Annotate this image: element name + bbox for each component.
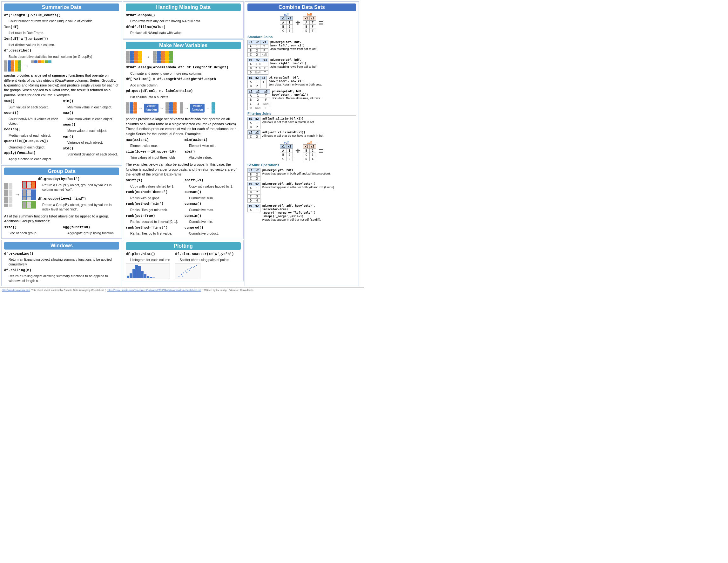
code-mean: mean() — [63, 123, 76, 126]
right-join-table: x1x2x3 A1.0T B2.0F DNaNT — [247, 58, 268, 75]
column-2: Handling Missing Data df=df.dropna() Dro… — [123, 1, 244, 286]
group-para: All of the summary functions listed abov… — [4, 214, 119, 224]
zdf-label: zdf — [303, 141, 316, 144]
filter-join-1-text: All rows in adf that have a match in bdf… — [262, 120, 315, 124]
filter-join-1: x1x2 A1 B2 adf[adf.x1.isin(bdf.x1)] All … — [247, 117, 356, 129]
plotting-hist: df.plot.hist() Histogram for each column — [126, 251, 170, 279]
filter-join-2: x1x2 C3 adf[~adf.x1.isin(bdf.x1)] All ro… — [247, 130, 356, 139]
desc-max: Maximum value in each object. — [63, 117, 119, 121]
group-grid-right — [22, 181, 36, 208]
code-hist: df.plot.hist() — [126, 252, 155, 256]
newvars-diagram: → — [126, 51, 241, 63]
code-min: min() — [63, 99, 73, 103]
filter-join-1-desc: adf[adf.x1.isin(bdf.x1)] All rows in adf… — [262, 117, 356, 124]
summarize-title: Summarize Data — [4, 3, 119, 11]
setdiff-table: x1x2 A1 — [247, 204, 260, 212]
footer-text2: ) Written by Irv Lustig, — [203, 289, 227, 292]
desc-cummax: Cumulative max. — [185, 207, 241, 212]
desc-std: Standard deviation of each object. — [63, 152, 119, 157]
advanced-functions-right: shift(-1) Copy with values lagged by 1. … — [185, 178, 241, 236]
nv-arrow: → — [145, 54, 150, 60]
vector-functions: max(axis=1) Element-wise max. clip(lower… — [126, 137, 241, 161]
summarize-arrow: → — [23, 63, 29, 69]
code-count: count() — [4, 111, 19, 115]
code-max: max() — [63, 111, 73, 115]
filter-join-2-desc: adf[~adf.x1.isin(bdf.x1)] All rows in ad… — [262, 130, 356, 137]
plus-sign: + — [295, 18, 300, 27]
desc-expanding: Return an Expanding object allowing summ… — [4, 257, 119, 266]
bdf-table: x1x3 AT BF DT — [303, 16, 316, 33]
group-descriptions: df.groupby(by="col") Return a GroupBy ob… — [38, 177, 119, 213]
desc-rank-min: Ranks. Ties get min rank. — [126, 207, 182, 212]
windows-section: Windows df.expanding() Return an Expandi… — [1, 240, 122, 287]
combine-bottom-diagram: ydf x1x2 A1 B2 C3 + zdf x1x2 B2 — [247, 141, 356, 161]
summary-functions: sum() Sum values of each object. count()… — [4, 98, 119, 162]
desc-clip: Trim values at input thresholds — [126, 155, 182, 160]
desc-agg: Aggregate group using function. — [63, 231, 119, 235]
column-3: Combine Data Sets adf x1x2 A1 B2 C3 + — [245, 1, 359, 286]
summary-functions-left: sum() Sum values of each object. count()… — [4, 98, 60, 162]
union-table: x1x2 A1 B2 C3 D4 — [247, 182, 260, 203]
right-join: x1x2x3 A1.0T B2.0F DNaNT pd.merge(adf, b… — [247, 58, 356, 75]
desc-scatter: Scatter chart using pairs of points — [175, 257, 234, 262]
code-rolling: df.rolling(n) — [4, 268, 31, 272]
column-1: Summarize Data df['Length'].value_counts… — [1, 1, 122, 286]
missing-section: Handling Missing Data df=df.dropna() Dro… — [123, 1, 244, 38]
intersection-desc: pd.merge(ydf, zdf) Rows that appear in b… — [262, 168, 356, 175]
standard-joins-title: Standard Joins — [247, 35, 356, 39]
code-minaxis: min(axis=1) — [185, 138, 208, 142]
filtering-joins-title: Filtering Joins — [247, 112, 356, 116]
desc-min: Minimum value in each object. — [63, 105, 119, 110]
ydf-block: ydf x1x2 A1 B2 C3 — [280, 141, 293, 161]
vf-diagram-2: → Vectorfunction → — [180, 102, 215, 113]
newvars-para: pandas provides a large set of vector fu… — [126, 117, 241, 136]
code-maxaxis: max(axis=1) — [126, 138, 149, 142]
code-quantile: quantile([0.25,0.75]) — [4, 139, 48, 143]
desc-dropna: Drop rows with any column having NA/null… — [126, 19, 241, 24]
code-var: var() — [63, 135, 73, 139]
desc-abs: Absolute value. — [185, 155, 241, 160]
adf-table: x1x2 A1 B2 C3 — [280, 16, 293, 33]
left-join-table: x1x2x3 A1T B2F C3NaN — [247, 40, 268, 57]
code-qcut: pd.qcut(df.col, n, labels=False) — [126, 89, 193, 93]
footer-url[interactable]: http://pandas.pydata.org/ — [2, 289, 30, 292]
code-len-df: len(df) — [4, 25, 19, 29]
plotting-section: Plotting df.plot.hist() Histogram for ea… — [123, 240, 244, 282]
filter-join-2-code: adf[~adf.x1.isin(bdf.x1)] — [262, 131, 305, 134]
desc-hist: Histogram for each column — [126, 257, 170, 262]
ydf-table: x1x2 A1 B2 C3 — [280, 144, 293, 161]
setdiff-code: pd.merge(ydf, zdf, how='outer',indicator… — [262, 204, 316, 218]
group-grid-left — [4, 183, 13, 207]
desc-sum: Sum values of each object. — [4, 105, 60, 110]
page-wrapper: Summarize Data df['Length'].value_counts… — [0, 0, 364, 293]
union-code: pd.merge(ydf, zdf, how='outer') — [262, 182, 316, 185]
equals-sign-2: = — [319, 146, 324, 155]
advanced-functions-left: shift(1) Copy with values shifted by 1. … — [126, 178, 182, 236]
union-text: Rows that appear in either or both ydf a… — [262, 185, 335, 189]
desc-shift-1: Copy with values lagged by 1. — [185, 184, 241, 189]
desc-shift1: Copy with values shifted by 1. — [126, 184, 182, 189]
code-size: size() — [4, 225, 17, 229]
intersection-code: pd.merge(ydf, zdf) — [262, 168, 293, 172]
newvars-para2: The examples below can also be applied t… — [126, 162, 241, 177]
intersection-join: x1x2 B2 C3 pd.merge(ydf, zdf) Rows that … — [247, 168, 356, 181]
inner-join-code: pd.merge(adf, bdf,how='inner', on='x1') — [269, 76, 305, 83]
desc-rank-dense: Ranks with no gaps. — [126, 196, 182, 200]
code-clip: clip(lower=-10,upper=10) — [126, 150, 176, 153]
plotting-title: Plotting — [126, 242, 241, 250]
setdiff-desc: pd.merge(ydf, zdf, how='outer',indicator… — [262, 204, 356, 221]
equals-sign: = — [319, 18, 324, 27]
code-len-unique: len(df['w'].unique()) — [4, 37, 48, 41]
right-join-text: Join matching rows from adf to bdf. — [270, 65, 317, 68]
summarize-grid-after — [31, 60, 51, 71]
filter-join-2-text: All rows in adf that do not have a match… — [262, 134, 324, 137]
setdiff-text: Rows that appear in ydf but not zdf (Set… — [262, 218, 321, 221]
footer-url2[interactable]: https://www.rstudio.com/wp-content/uploa… — [107, 289, 201, 292]
filter-join-1-table: x1x2 A1 B2 — [247, 117, 260, 129]
inner-join-desc: pd.merge(adf, bdf,how='inner', on='x1') … — [269, 76, 356, 86]
desc-rolling: Return a Rolling object allowing summary… — [4, 274, 119, 283]
plotting-content: df.plot.hist() Histogram for each column — [126, 251, 241, 279]
desc-maxaxis: Element-wise max. — [126, 143, 182, 148]
desc-rank-pct: Ranks rescaled to interval [0, 1]. — [126, 219, 182, 224]
nv-grid-before — [126, 51, 142, 63]
